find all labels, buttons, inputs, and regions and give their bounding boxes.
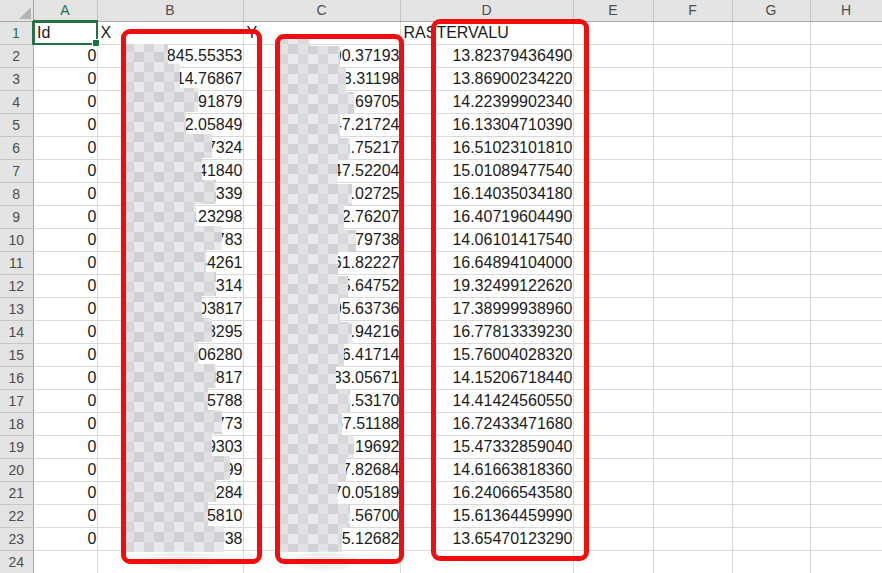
cell[interactable] (732, 252, 810, 275)
cell[interactable] (732, 528, 810, 551)
cell[interactable] (400, 551, 573, 573)
column-header-h[interactable]: H (810, 0, 882, 21)
cell[interactable] (573, 252, 653, 275)
cell[interactable] (653, 390, 732, 413)
cell[interactable] (653, 252, 732, 275)
cell[interactable] (653, 321, 732, 344)
row-header[interactable]: 3 (0, 68, 33, 91)
cell-id[interactable]: 0 (33, 459, 97, 482)
cell[interactable] (653, 459, 732, 482)
cell-y[interactable]: 905.63736 (243, 298, 400, 321)
cell[interactable] (573, 183, 653, 206)
cell[interactable] (810, 298, 882, 321)
cell-y[interactable]: 0762.76207 (243, 206, 400, 229)
cell-id[interactable]: 0 (33, 206, 97, 229)
cell-id[interactable]: 0 (33, 390, 97, 413)
cell[interactable] (810, 482, 882, 505)
cell[interactable] (573, 413, 653, 436)
cell[interactable] (573, 114, 653, 137)
cell[interactable] (573, 436, 653, 459)
cell[interactable] (810, 21, 882, 45)
cell-rastervalu[interactable]: 15.01089477540 (400, 160, 573, 183)
cell-y[interactable]: 361.82227 (243, 252, 400, 275)
cell[interactable] (732, 21, 810, 45)
cell-rastervalu[interactable]: 14.06101417540 (400, 229, 573, 252)
column-header-c[interactable]: C (243, 0, 400, 21)
cell[interactable] (810, 252, 882, 275)
cell[interactable] (573, 68, 653, 91)
cell[interactable] (810, 413, 882, 436)
cell[interactable] (732, 275, 810, 298)
cell[interactable] (573, 298, 653, 321)
cell[interactable] (732, 413, 810, 436)
cell-id[interactable]: 0 (33, 91, 97, 114)
row-header[interactable]: 6 (0, 137, 33, 160)
cell-x[interactable]: 662.03817 (97, 298, 243, 321)
cell[interactable] (732, 45, 810, 68)
cell-rastervalu[interactable]: 15.61364459990 (400, 505, 573, 528)
row-header[interactable]: 11 (0, 252, 33, 275)
cell[interactable] (810, 229, 882, 252)
cell-x[interactable]: 845.55353 (97, 45, 243, 68)
cell[interactable] (653, 367, 732, 390)
cell[interactable] (732, 321, 810, 344)
column-header-g[interactable]: G (732, 0, 810, 21)
cell-id[interactable]: 0 (33, 252, 97, 275)
cell[interactable] (573, 45, 653, 68)
cell-x[interactable]: 649.97314 (97, 275, 243, 298)
cell-x[interactable]: 652.18295 (97, 321, 243, 344)
row-header[interactable]: 15 (0, 344, 33, 367)
cell-y[interactable]: 670.05189 (243, 482, 400, 505)
cell-y[interactable]: 647.82684 (243, 459, 400, 482)
column-header-f[interactable]: F (653, 0, 732, 21)
cell[interactable] (653, 482, 732, 505)
cell[interactable] (653, 183, 732, 206)
cell-x[interactable]: 700.77324 (97, 137, 243, 160)
cell[interactable] (810, 275, 882, 298)
cell[interactable] (732, 160, 810, 183)
column-header-a[interactable]: A (33, 0, 97, 21)
cell[interactable] (732, 298, 810, 321)
row-header[interactable]: 4 (0, 91, 33, 114)
cell-rastervalu[interactable]: 14.15206718440 (400, 367, 573, 390)
cell-y[interactable]: 73.53170 (243, 390, 400, 413)
cell-rastervalu[interactable]: 17.38999938960 (400, 298, 573, 321)
cell[interactable] (732, 436, 810, 459)
cell-x[interactable]: 781.41840 (97, 160, 243, 183)
row-header[interactable]: 23 (0, 528, 33, 551)
cell-y[interactable]: 0690.37193 (243, 45, 400, 68)
cell[interactable] (653, 21, 732, 45)
cell[interactable] (732, 390, 810, 413)
row-header[interactable]: 20 (0, 459, 33, 482)
select-all-corner[interactable] (0, 0, 33, 21)
cell-id[interactable]: 0 (33, 482, 97, 505)
cell-id[interactable]: 0 (33, 367, 97, 390)
cell[interactable] (732, 183, 810, 206)
cell-rastervalu[interactable]: 15.76004028320 (400, 344, 573, 367)
cell[interactable] (810, 459, 882, 482)
row-header[interactable]: 18 (0, 413, 33, 436)
cell[interactable] (810, 114, 882, 137)
cell[interactable] (653, 68, 732, 91)
cell[interactable] (573, 367, 653, 390)
cell[interactable] (732, 551, 810, 573)
cell-y[interactable]: 985.64752 (243, 275, 400, 298)
cell[interactable] (653, 137, 732, 160)
selected-cell-a1[interactable]: Id (33, 21, 97, 45)
cell-rastervalu[interactable]: 13.82379436490 (400, 45, 573, 68)
cell[interactable] (573, 505, 653, 528)
cell[interactable] (653, 298, 732, 321)
cell-rastervalu[interactable]: 13.65470123290 (400, 528, 573, 551)
cell[interactable] (810, 45, 882, 68)
cell[interactable] (732, 114, 810, 137)
cell-d1-rastervalu-header[interactable]: RASTERVALU (400, 21, 573, 45)
cell-x[interactable]: 822.05849 (97, 114, 243, 137)
cell[interactable] (653, 45, 732, 68)
cell[interactable] (810, 321, 882, 344)
column-header-b[interactable]: B (97, 0, 243, 21)
cell[interactable] (810, 137, 882, 160)
cell-id[interactable]: 0 (33, 528, 97, 551)
cell-x[interactable]: 571.23298 (97, 206, 243, 229)
cell-rastervalu[interactable]: 16.24066543580 (400, 482, 573, 505)
cell-x[interactable]: 62.03817 (97, 367, 243, 390)
